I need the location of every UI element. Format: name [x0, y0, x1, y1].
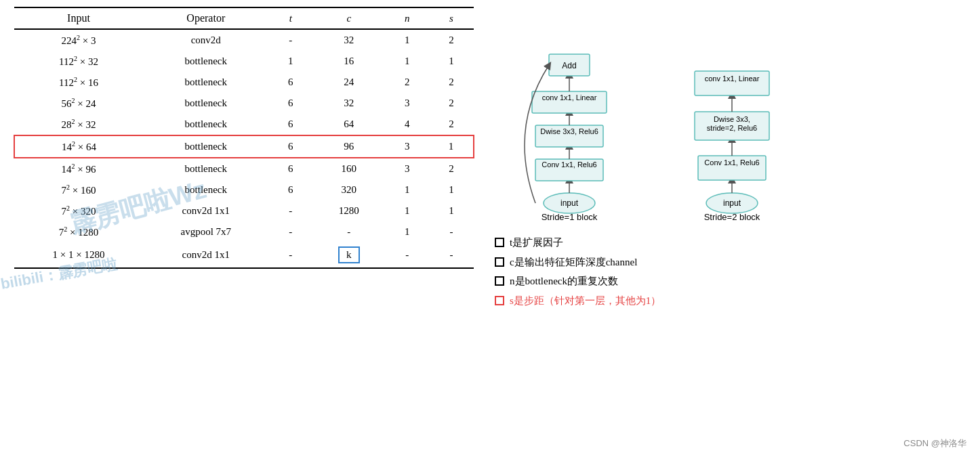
legend-item-s: s是步距（针对第一层，其他为1） — [495, 291, 820, 311]
svg-text:input: input — [560, 198, 579, 208]
cell-t: 6 — [269, 158, 312, 179]
table-row: 72 × 160bottleneck632011 — [14, 179, 474, 200]
svg-text:Dwise 3x3,: Dwise 3x3, — [714, 115, 750, 123]
cell-c: 1280 — [312, 200, 386, 221]
svg-text:Stride=2 block: Stride=2 block — [704, 212, 760, 222]
cell-t: - — [269, 200, 312, 221]
legend-square-n — [495, 276, 504, 286]
cell-operator: conv2d 1x1 — [143, 200, 269, 221]
cell-input: 2242 × 3 — [14, 29, 143, 51]
svg-text:Dwise 3x3, Relu6: Dwise 3x3, Relu6 — [540, 127, 598, 135]
cell-t: 6 — [269, 135, 312, 158]
legend-text-s: s是步距（针对第一层，其他为1） — [510, 291, 661, 311]
cell-c: - — [312, 221, 386, 242]
cell-input: 72 × 320 — [14, 200, 143, 221]
cell-s: 1 — [429, 51, 474, 72]
cell-n: 3 — [386, 93, 429, 114]
cell-operator: bottleneck — [143, 72, 269, 93]
svg-text:stride=2, Relu6: stride=2, Relu6 — [707, 124, 757, 132]
svg-text:conv 1x1, Linear: conv 1x1, Linear — [542, 93, 597, 102]
legend-item-n: n是bottleneck的重复次数 — [495, 272, 820, 291]
cell-operator: bottleneck — [143, 93, 269, 114]
architecture-table: Input Operator t c n s 2242 × 3conv2d-32… — [14, 7, 474, 269]
cell-t: 6 — [269, 179, 312, 200]
cell-n: 1 — [386, 200, 429, 221]
col-header-t: t — [269, 7, 312, 29]
cell-input: 282 × 32 — [14, 114, 143, 135]
cell-s: 2 — [429, 93, 474, 114]
cell-input: 1122 × 16 — [14, 72, 143, 93]
cell-c: 160 — [312, 158, 386, 179]
cell-operator: avgpool 7x7 — [143, 221, 269, 242]
cell-s: - — [429, 221, 474, 242]
col-header-operator: Operator — [143, 7, 269, 29]
cell-n: 1 — [386, 221, 429, 242]
cell-input: 1 × 1 × 1280 — [14, 242, 143, 268]
cell-input: 142 × 64 — [14, 135, 143, 158]
cell-t: - — [269, 29, 312, 51]
legend-text-n: n是bottleneck的重复次数 — [510, 272, 618, 291]
legend-item-c: c是输出特征矩阵深度channel — [495, 253, 820, 272]
cell-input: 562 × 24 — [14, 93, 143, 114]
legend-square-s — [495, 296, 504, 305]
table-row: 72 × 320conv2d 1x1-128011 — [14, 200, 474, 221]
cell-operator: bottleneck — [143, 158, 269, 179]
cell-operator: bottleneck — [143, 51, 269, 72]
cell-n: - — [386, 242, 429, 268]
cell-s: 2 — [429, 29, 474, 51]
cell-input: 72 × 160 — [14, 179, 143, 200]
table-row: 1 × 1 × 1280conv2d 1x1-k-- — [14, 242, 474, 268]
csdn-label: CSDN @神洛华 — [903, 437, 966, 450]
cell-c: 16 — [312, 51, 386, 72]
svg-text:input: input — [723, 198, 741, 208]
cell-c: 320 — [312, 179, 386, 200]
cell-t: - — [269, 221, 312, 242]
cell-t: - — [269, 242, 312, 268]
legend-square-c — [495, 257, 504, 267]
cell-t: 6 — [269, 114, 312, 135]
svg-text:conv 1x1, Linear: conv 1x1, Linear — [705, 74, 760, 83]
diagram-legend-section: input Conv 1x1, Relu6 Dwise 3x3, Relu6 c… — [495, 7, 820, 310]
cell-n: 1 — [386, 179, 429, 200]
cell-s: 1 — [429, 135, 474, 158]
legend-item-t: t是扩展因子 — [495, 233, 820, 253]
cell-t: 6 — [269, 93, 312, 114]
cell-c: 24 — [312, 72, 386, 93]
cell-s: 2 — [429, 72, 474, 93]
table-row: 2242 × 3conv2d-3212 — [14, 29, 474, 51]
cell-operator: bottleneck — [143, 114, 269, 135]
svg-text:Conv 1x1, Relu6: Conv 1x1, Relu6 — [542, 160, 596, 169]
col-header-s: s — [429, 7, 474, 29]
col-header-n: n — [386, 7, 429, 29]
cell-n: 3 — [386, 158, 429, 179]
cell-n: 2 — [386, 72, 429, 93]
cell-operator: bottleneck — [143, 179, 269, 200]
cell-s: 2 — [429, 158, 474, 179]
table-row: 142 × 96bottleneck616032 — [14, 158, 474, 179]
cell-operator: conv2d — [143, 29, 269, 51]
cell-operator: conv2d 1x1 — [143, 242, 269, 268]
cell-input: 142 × 96 — [14, 158, 143, 179]
legend-text-c: c是输出特征矩阵深度channel — [510, 253, 637, 272]
cell-c: k — [312, 242, 386, 268]
col-header-c: c — [312, 7, 386, 29]
cell-n: 3 — [386, 135, 429, 158]
cell-t: 6 — [269, 72, 312, 93]
cell-s: 2 — [429, 114, 474, 135]
svg-text:Stride=1 block: Stride=1 block — [542, 212, 598, 222]
legend-square-t — [495, 238, 504, 247]
table-row: 282 × 32bottleneck66442 — [14, 114, 474, 135]
table-section: Input Operator t c n s 2242 × 3conv2d-32… — [14, 7, 474, 310]
cell-s: 1 — [429, 179, 474, 200]
cell-s: - — [429, 242, 474, 268]
cell-c: 32 — [312, 29, 386, 51]
cell-operator: bottleneck — [143, 135, 269, 158]
cell-t: 1 — [269, 51, 312, 72]
cell-c: 32 — [312, 93, 386, 114]
legend-section: t是扩展因子 c是输出特征矩阵深度channel n是bottleneck的重复… — [495, 233, 820, 310]
svg-text:Add: Add — [562, 61, 576, 70]
svg-text:Conv 1x1, Relu6: Conv 1x1, Relu6 — [704, 158, 759, 167]
cell-c: 64 — [312, 114, 386, 135]
table-row: 72 × 1280avgpool 7x7--1- — [14, 221, 474, 242]
legend-text-t: t是扩展因子 — [510, 233, 563, 253]
